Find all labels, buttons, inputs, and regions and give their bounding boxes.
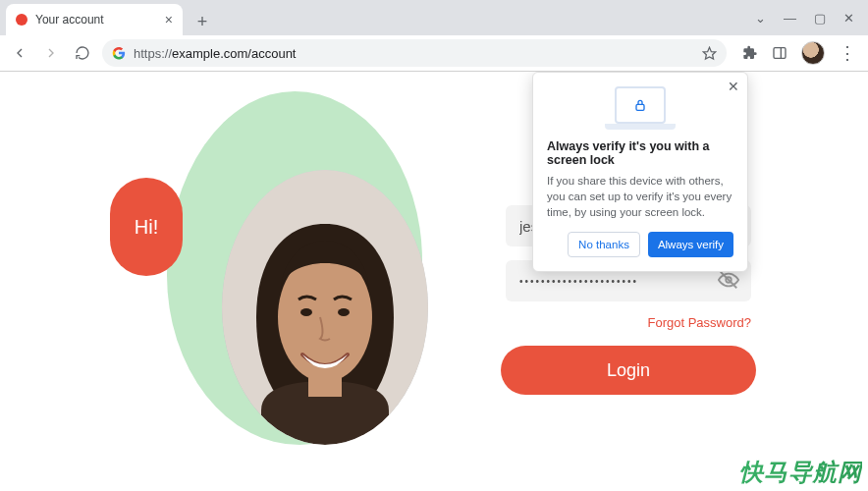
- svg-marker-0: [703, 47, 716, 59]
- no-thanks-button[interactable]: No thanks: [568, 232, 640, 257]
- chevron-down-icon[interactable]: ⌄: [755, 11, 766, 26]
- tab-title: Your account: [35, 13, 104, 27]
- active-tab[interactable]: Your account ×: [6, 4, 183, 35]
- popover-body: If you share this device with others, yo…: [547, 173, 733, 220]
- laptop-lock-illustration: [601, 86, 679, 130]
- maximize-button[interactable]: ▢: [814, 11, 826, 26]
- screen-lock-popover: ✕ Always verify it's you with a screen l…: [532, 72, 748, 272]
- tab-bar: Your account × + ⌄ — ▢ ✕: [0, 0, 868, 35]
- forward-arrow-icon: [43, 45, 59, 61]
- new-tab-button[interactable]: +: [189, 8, 216, 35]
- svg-point-6: [300, 308, 312, 316]
- greeting-text: Hi!: [135, 216, 158, 239]
- puzzle-icon[interactable]: [742, 45, 758, 61]
- kebab-menu-icon[interactable]: ⋮: [839, 44, 856, 62]
- back-button[interactable]: [8, 41, 31, 65]
- url-text: https://example.com/account: [134, 46, 296, 61]
- portrait-illustration: [222, 170, 428, 445]
- toolbar: https://example.com/account ⋮: [0, 35, 868, 71]
- popover-close-button[interactable]: ✕: [728, 79, 739, 94]
- forgot-password-link[interactable]: Forgot Password?: [506, 315, 751, 330]
- greeting-pill: Hi!: [110, 178, 183, 276]
- favicon-icon: [16, 14, 27, 26]
- watermark-text: 快马导航网: [739, 457, 862, 488]
- minimize-button[interactable]: —: [784, 11, 796, 26]
- toolbar-right: ⋮: [734, 41, 860, 65]
- star-icon[interactable]: [702, 46, 717, 61]
- close-tab-button[interactable]: ×: [165, 13, 173, 27]
- eye-off-icon[interactable]: [718, 269, 739, 294]
- close-window-button[interactable]: ✕: [843, 11, 854, 26]
- url-host: example.com/account: [172, 46, 296, 61]
- svg-rect-8: [308, 371, 342, 397]
- svg-rect-11: [636, 104, 644, 110]
- login-button[interactable]: Login: [501, 346, 756, 395]
- side-panel-icon[interactable]: [772, 45, 787, 61]
- reload-icon: [75, 45, 90, 61]
- reload-button[interactable]: [71, 41, 94, 65]
- forward-button[interactable]: [39, 41, 63, 65]
- browser-chrome: Your account × + ⌄ — ▢ ✕: [0, 0, 868, 72]
- url-scheme: https://: [134, 46, 172, 61]
- address-bar[interactable]: https://example.com/account: [102, 39, 727, 67]
- popover-actions: No thanks Always verify: [547, 232, 733, 257]
- google-g-icon: [112, 46, 126, 60]
- popover-title: Always verify it's you with a screen loc…: [547, 139, 733, 167]
- page-content: Hi! W Please: [0, 72, 868, 491]
- lock-icon: [632, 97, 648, 113]
- window-controls: ⌄ — ▢ ✕: [755, 0, 868, 35]
- always-verify-button[interactable]: Always verify: [648, 232, 733, 257]
- svg-rect-1: [774, 48, 786, 59]
- password-field[interactable]: [519, 276, 737, 287]
- profile-avatar[interactable]: [801, 41, 825, 65]
- hero-portrait: [222, 170, 428, 445]
- svg-point-7: [338, 308, 350, 316]
- back-arrow-icon: [12, 45, 27, 61]
